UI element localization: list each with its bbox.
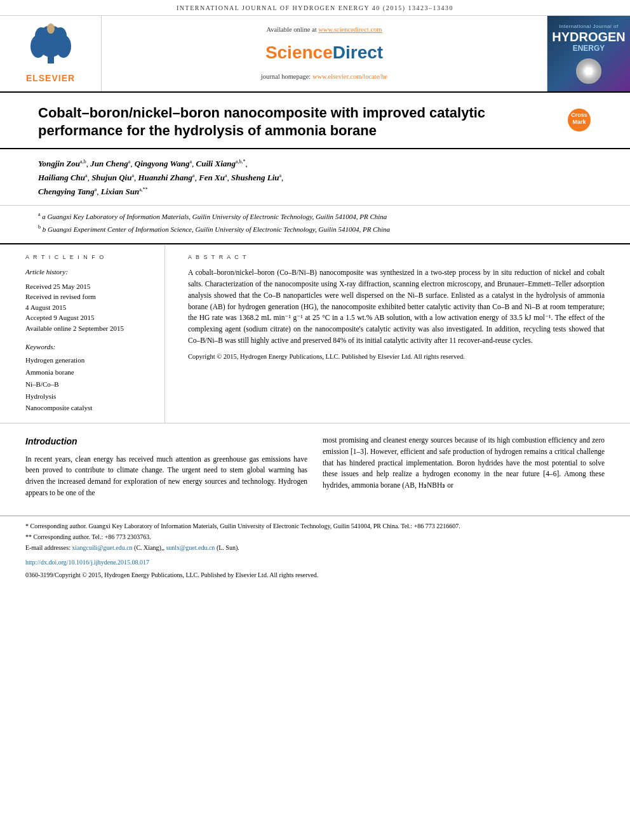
main-content: Introduction In recent years, clean ener…: [0, 423, 630, 516]
email1-link[interactable]: xiangcuili@guet.edu.cn: [72, 544, 132, 551]
doi-section: http://dx.doi.org/10.1016/j.ijhydene.201…: [0, 556, 630, 569]
intro-col2-text: most promising and cleanest energy sourc…: [323, 435, 605, 491]
keyword-5: Nanocomposite catalyst: [25, 402, 154, 414]
body-two-col: Introduction In recent years, clean ener…: [25, 435, 605, 504]
received-date: Received 25 May 2015: [25, 281, 154, 292]
body-col-right: most promising and cleanest energy sourc…: [323, 435, 605, 504]
sciencedirect-section: Available online at www.sciencedirect.co…: [102, 16, 547, 91]
author-yongjin: Yongjin Zou: [38, 159, 80, 168]
abstract-heading: A B S T R A C T: [188, 253, 605, 262]
author-lixian: Lixian Sun: [101, 187, 139, 196]
body-col-left: Introduction In recent years, clean ener…: [25, 435, 307, 504]
journal-header-bar: INTERNATIONAL JOURNAL OF HYDROGEN ENERGY…: [0, 0, 630, 16]
journal-cover-line3: ENERGY: [552, 43, 626, 54]
article-title-container: Cobalt–boron/nickel–boron nanocomposite …: [38, 104, 554, 140]
author-shusheng: Shusheng Liu: [231, 173, 279, 182]
svg-text:Cross: Cross: [571, 112, 587, 118]
keyword-3: Ni–B/Co–B: [25, 378, 154, 390]
info-abstract-section: A R T I C L E I N F O Article history: R…: [0, 244, 630, 423]
footnote-emails: E-mail addresses: xiangcuili@guet.edu.cn…: [25, 543, 605, 552]
doi-link[interactable]: http://dx.doi.org/10.1016/j.ijhydene.201…: [25, 559, 149, 566]
author-chengying: Chengying Tang: [38, 187, 95, 196]
abstract-column: A B S T R A C T A cobalt–boron/nickel–bo…: [178, 244, 605, 423]
affiliation-b: b b Guangxi Experiment Center of Informa…: [38, 223, 592, 234]
author-hailiang: Hailiang Chu: [38, 173, 85, 182]
article-info-column: A R T I C L E I N F O Article history: R…: [25, 244, 165, 423]
journal-title-bar: INTERNATIONAL JOURNAL OF HYDROGEN ENERGY…: [177, 4, 453, 11]
publisher-logo-section: ELSEVIER: [0, 16, 102, 91]
keyword-4: Hydrolysis: [25, 390, 154, 403]
journal-homepage: journal homepage: www.elsevier.com/locat…: [261, 72, 387, 82]
author-huanzhi: Huanzhi Zhang: [138, 173, 192, 182]
received-revised-date: 4 August 2015: [25, 302, 154, 313]
authors-list: Yongjin Zoua,b, Jun Chenga, Qingyong Wan…: [38, 157, 592, 199]
keyword-2: Ammonia borane: [25, 366, 154, 378]
author-qingyong: Qingyong Wang: [135, 159, 190, 168]
author-jun: Jun Cheng: [90, 159, 128, 168]
svg-point-5: [54, 27, 67, 45]
affiliation-a: a a Guangxi Key Laboratory of Informatio…: [38, 211, 592, 222]
keyword-1: Hydrogen generation: [25, 354, 154, 366]
crossmark-badge[interactable]: Cross Mark: [566, 107, 592, 133]
authors-section: Yongjin Zoua,b, Jun Chenga, Qingyong Wan…: [0, 149, 630, 206]
title-section: Cobalt–boron/nickel–boron nanocomposite …: [0, 93, 630, 149]
abstract-copyright: Copyright © 2015, Hydrogen Energy Public…: [188, 352, 605, 362]
elsevier-label: ELSEVIER: [25, 72, 76, 85]
sciencedirect-url[interactable]: www.sciencedirect.com: [318, 26, 382, 33]
footnote-star2: ** Corresponding author. Tel.: +86 773 2…: [25, 532, 605, 542]
affiliations-section: a a Guangxi Key Laboratory of Informatio…: [0, 206, 630, 244]
introduction-title: Introduction: [25, 435, 307, 449]
available-online-date: Available online 2 September 2015: [25, 323, 154, 334]
svg-text:Mark: Mark: [572, 119, 586, 125]
author-fen: Fen Xu: [199, 173, 225, 182]
author-cuili: Cuili Xiang: [196, 159, 236, 168]
sciencedirect-logo: ScienceDirect: [265, 40, 383, 65]
article-title: Cobalt–boron/nickel–boron nanocomposite …: [38, 104, 554, 140]
journal-cover-line2: HYDROGEN: [552, 30, 626, 43]
email2-link[interactable]: sunlx@guet.edu.cn: [166, 544, 215, 551]
received-revised-label: Received in revised form: [25, 291, 154, 302]
elsevier-logo: ELSEVIER: [25, 22, 76, 85]
abstract-text: A cobalt–boron/nickel–boron (Co–B/Ni–B) …: [188, 267, 605, 347]
svg-point-6: [47, 23, 55, 34]
intro-col1-text: In recent years, clean energy has receiv…: [25, 454, 307, 499]
journal-homepage-link[interactable]: www.elsevier.com/locate/he: [312, 73, 387, 80]
footnotes-section: * Corresponding author. Guangxi Key Labo…: [0, 516, 630, 556]
accepted-date: Accepted 9 August 2015: [25, 312, 154, 323]
keywords-label: Keywords:: [25, 342, 154, 352]
page-header: ELSEVIER Available online at www.science…: [0, 16, 630, 93]
article-history-label: Article history:: [25, 267, 154, 277]
footnote-star1: * Corresponding author. Guangxi Key Labo…: [25, 521, 605, 531]
available-online-text: Available online at www.sciencedirect.co…: [267, 25, 382, 35]
article-info-heading: A R T I C L E I N F O: [25, 253, 154, 262]
svg-point-4: [35, 27, 48, 45]
final-copyright: 0360-3199/Copyright © 2015, Hydrogen Ene…: [0, 569, 630, 585]
journal-cover-line1: International Journal of: [552, 23, 626, 30]
journal-cover: International Journal of HYDROGEN ENERGY: [547, 16, 630, 91]
author-shujun: Shujun Qiu: [91, 173, 131, 182]
